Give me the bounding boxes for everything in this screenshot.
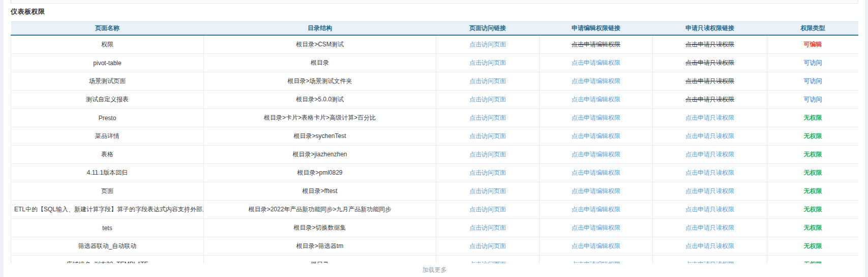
- page-title: 仪表板权限: [11, 7, 45, 16]
- page-name-cell: 场景测试页面: [11, 72, 204, 91]
- directory-path-cell: 根目录>sychenTest: [204, 127, 436, 146]
- permission-type-badge: 无权限: [804, 242, 822, 250]
- permission-type-cell: 无权限: [767, 164, 859, 182]
- page-name-cell: 筛选器联动_自动联动: [11, 237, 204, 256]
- apply-readonly-permission-link[interactable]: 点击申请只读权限: [685, 151, 734, 158]
- apply-readonly-permission-link-disabled: 点击申请只读权限: [685, 96, 734, 103]
- visit-page-link[interactable]: 点击访问页面: [469, 187, 506, 195]
- apply-edit-cell: 点击申请编辑权限: [540, 237, 653, 256]
- apply-readonly-permission-link[interactable]: 点击申请只读权限: [685, 132, 734, 140]
- page-name-cell: 测试自定义报表: [11, 91, 204, 109]
- page-name-cell: 菜品详情: [11, 127, 204, 146]
- apply-edit-permission-link[interactable]: 点击申请编辑权限: [572, 242, 620, 250]
- visit-link-cell: 点击访问页面: [436, 54, 540, 72]
- apply-readonly-permission-link[interactable]: 点击申请只读权限: [685, 224, 734, 231]
- visit-page-link[interactable]: 点击访问页面: [469, 59, 506, 66]
- directory-path-cell: 根目录>切换数据集: [204, 219, 436, 237]
- visit-page-link[interactable]: 点击访问页面: [469, 114, 506, 121]
- apply-readonly-cell: 点击申请只读权限: [653, 256, 767, 264]
- apply-edit-cell: 点击申请编辑权限: [540, 256, 653, 264]
- col-header-permission-type: 权限类型: [767, 22, 859, 36]
- visit-link-cell: 点击访问页面: [436, 72, 540, 91]
- table-row: tets根目录>切换数据集点击访问页面点击申请编辑权限点击申请只读权限无权限: [11, 219, 859, 237]
- table-row: 表格根目录>jiazhenzhen点击访问页面点击申请编辑权限点击申请只读权限无…: [11, 146, 859, 164]
- table-row: 店铺排名_副本22_TEMPLATE根目录点击访问页面点击申请编辑权限点击申请只…: [11, 256, 859, 264]
- col-header-apply-edit-link: 申请编辑权限链接: [540, 22, 653, 36]
- apply-readonly-cell: 点击申请只读权限: [653, 164, 767, 182]
- col-header-page-name: 页面名称: [11, 22, 204, 36]
- visit-page-link[interactable]: 点击访问页面: [469, 132, 506, 140]
- permission-type-badge: 可访问: [804, 96, 822, 103]
- apply-readonly-permission-link[interactable]: 点击申请只读权限: [685, 169, 734, 176]
- directory-path-cell: 根目录>筛选器tm: [204, 237, 436, 256]
- permission-type-cell: 可访问: [767, 91, 859, 109]
- load-more-button[interactable]: 加载更多: [423, 266, 447, 274]
- directory-path-cell: 根目录>pml0829: [204, 164, 436, 182]
- apply-edit-cell: 点击申请编辑权限: [540, 72, 653, 91]
- permission-type-cell: 无权限: [767, 146, 859, 164]
- page-name-cell: tets: [11, 219, 204, 237]
- apply-edit-permission-link[interactable]: 点击申请编辑权限: [572, 59, 620, 66]
- apply-readonly-permission-link[interactable]: 点击申请只读权限: [685, 206, 734, 213]
- visit-link-cell: 点击访问页面: [436, 201, 540, 219]
- apply-readonly-permission-link-disabled: 点击申请只读权限: [685, 41, 734, 48]
- visit-link-cell: 点击访问页面: [436, 127, 540, 146]
- visit-page-link[interactable]: 点击访问页面: [469, 206, 506, 213]
- apply-edit-permission-link[interactable]: 点击申请编辑权限: [572, 151, 620, 158]
- table-body: 权限根目录>CSM测试点击访问页面点击申请编辑权限点击申请只读权限可编辑pivo…: [11, 35, 859, 263]
- directory-path-cell: 根目录: [204, 54, 436, 72]
- apply-readonly-permission-link[interactable]: 点击申请只读权限: [685, 187, 734, 195]
- visit-page-link[interactable]: 点击访问页面: [469, 224, 506, 231]
- permission-type-badge: 无权限: [804, 187, 822, 195]
- visit-page-link[interactable]: 点击访问页面: [469, 169, 506, 176]
- permission-type-badge: 无权限: [804, 169, 822, 176]
- permission-type-cell: 无权限: [767, 127, 859, 146]
- apply-edit-permission-link[interactable]: 点击申请编辑权限: [572, 132, 620, 140]
- visit-link-cell: 点击访问页面: [436, 91, 540, 109]
- apply-readonly-permission-link[interactable]: 点击申请只读权限: [685, 114, 734, 121]
- apply-readonly-cell: 点击申请只读权限: [653, 72, 767, 91]
- apply-readonly-cell: 点击申请只读权限: [653, 219, 767, 237]
- load-more-bar: 加载更多: [11, 263, 858, 277]
- table-row: 4.11.1版本回归根目录>pml0829点击访问页面点击申请编辑权限点击申请只…: [11, 164, 859, 182]
- apply-edit-permission-link[interactable]: 点击申请编辑权限: [572, 77, 620, 85]
- col-header-visit-link: 页面访问链接: [436, 22, 540, 36]
- directory-path-cell: 根目录: [204, 256, 436, 264]
- visit-page-link[interactable]: 点击访问页面: [469, 96, 506, 103]
- apply-edit-permission-link[interactable]: 点击申请编辑权限: [572, 224, 620, 231]
- apply-edit-permission-link[interactable]: 点击申请编辑权限: [572, 114, 620, 121]
- table-row: ETL中的【SQL输入、新建计算字段】算子的字段表达式内容支持外部展示根目录>2…: [11, 201, 859, 219]
- permission-type-badge: 无权限: [804, 206, 822, 213]
- apply-readonly-cell: 点击申请只读权限: [653, 54, 767, 72]
- apply-edit-permission-link[interactable]: 点击申请编辑权限: [572, 187, 620, 195]
- apply-edit-permission-link[interactable]: 点击申请编辑权限: [572, 96, 620, 103]
- apply-readonly-cell: 点击申请只读权限: [653, 109, 767, 127]
- apply-readonly-cell: 点击申请只读权限: [653, 91, 767, 109]
- permission-type-badge: 可访问: [804, 59, 822, 66]
- visit-page-link[interactable]: 点击访问页面: [469, 77, 506, 85]
- permissions-table: 页面名称 目录结构 页面访问链接 申请编辑权限链接 申请只读权限链接 权限类型 …: [11, 21, 858, 263]
- apply-readonly-permission-link-disabled: 点击申请只读权限: [685, 77, 734, 85]
- apply-edit-cell: 点击申请编辑权限: [540, 201, 653, 219]
- apply-readonly-permission-link[interactable]: 点击申请只读权限: [685, 242, 734, 250]
- apply-edit-cell: 点击申请编辑权限: [540, 54, 653, 72]
- col-header-directory: 目录结构: [204, 22, 436, 36]
- permission-type-cell: 无权限: [767, 219, 859, 237]
- visit-page-link[interactable]: 点击访问页面: [469, 151, 506, 158]
- permission-type-cell: 无权限: [767, 256, 859, 264]
- apply-edit-permission-link[interactable]: 点击申请编辑权限: [572, 169, 620, 176]
- col-header-apply-readonly-link: 申请只读权限链接: [653, 22, 767, 36]
- apply-readonly-cell: 点击申请只读权限: [653, 146, 767, 164]
- visit-page-link[interactable]: 点击访问页面: [469, 41, 506, 48]
- page-name-cell: 表格: [11, 146, 204, 164]
- table-row: 页面根目录>fftest点击访问页面点击申请编辑权限点击申请只读权限无权限: [11, 182, 859, 201]
- apply-edit-permission-link[interactable]: 点击申请编辑权限: [572, 206, 620, 213]
- visit-page-link[interactable]: 点击访问页面: [469, 242, 506, 250]
- permission-type-cell: 可访问: [767, 72, 859, 91]
- table-row: pivot-table根目录点击访问页面点击申请编辑权限点击申请只读权限可访问: [11, 54, 859, 72]
- page-name-cell: Presto: [11, 109, 204, 127]
- apply-edit-cell: 点击申请编辑权限: [540, 127, 653, 146]
- permission-type-cell: 无权限: [767, 182, 859, 201]
- apply-readonly-cell: 点击申请只读权限: [653, 127, 767, 146]
- permission-type-cell: 可访问: [767, 54, 859, 72]
